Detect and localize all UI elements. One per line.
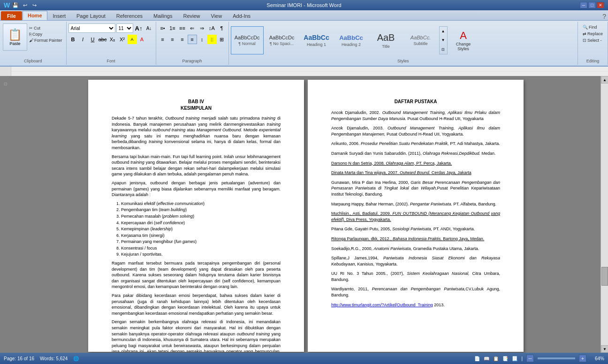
editing-section: 🔍 Find ⇄ Replace ⊡ Select - Editing: [578, 22, 608, 65]
find-button[interactable]: 🔍 Find: [582, 24, 604, 30]
view-normal-btn[interactable]: 📄: [474, 356, 480, 361]
document-container: ⊡ BAB IV KESIMPULAN Dekade 5-7 tahun ter…: [0, 76, 608, 353]
tab-page-layout[interactable]: Page Layout: [71, 11, 111, 20]
vertical-scrollbar[interactable]: ▲ ▼: [600, 76, 608, 353]
style-heading1[interactable]: AaBbCc Heading 1: [300, 26, 333, 54]
zoom-slider[interactable]: [538, 357, 575, 359]
tab-add-ins[interactable]: Add-Ins: [228, 11, 256, 20]
superscript-btn[interactable]: X²: [118, 35, 127, 44]
tab-references[interactable]: References: [111, 11, 148, 20]
select-button[interactable]: ⊡ Select -: [582, 38, 604, 43]
para-row1: ≡• 1≡ ≡≡ ⇐ ⇒ ↕A ¶: [158, 23, 227, 34]
save-quick-btn[interactable]: 💾: [12, 1, 19, 9]
scroll-down-btn[interactable]: ▼: [601, 345, 608, 353]
paragraph-section: ≡• 1≡ ≡≡ ⇐ ⇒ ↕A ¶ ≡ ≡ ≡ ≡ ↕ ░ ⊞ Paragrap…: [156, 22, 229, 65]
change-styles-label: Change Styles: [450, 42, 477, 51]
tab-insert[interactable]: Insert: [48, 11, 71, 20]
scroll-up-btn[interactable]: ▲: [601, 76, 608, 83]
chevron-down-icon: ▼: [441, 38, 445, 42]
multilevel-list-btn[interactable]: ≡≡: [178, 23, 187, 33]
justify-btn[interactable]: ≡: [188, 35, 197, 44]
align-right-btn[interactable]: ≡: [178, 35, 187, 44]
subscript-btn[interactable]: X₂: [108, 35, 117, 44]
zoom-out-btn[interactable]: ─: [526, 355, 534, 362]
help-btn[interactable]: ?: [602, 13, 606, 20]
font-color-btn[interactable]: A: [137, 35, 147, 44]
format-painter-button[interactable]: 🖌 Format Painter: [28, 38, 63, 43]
font-family-select[interactable]: Arial Times New Roman Calibri: [68, 23, 115, 33]
bullets-btn[interactable]: ≡•: [158, 23, 167, 33]
close-btn[interactable]: ✕: [597, 2, 604, 8]
style-heading2-label: Heading 2: [342, 42, 361, 47]
align-left-btn[interactable]: ≡: [158, 35, 167, 44]
sort-btn[interactable]: ↕A: [207, 23, 217, 33]
tab-view[interactable]: View: [206, 11, 228, 20]
bold-btn[interactable]: B: [68, 35, 78, 44]
clipboard-area: 📋 Paste: [3, 23, 27, 51]
line-spacing-btn[interactable]: ↕: [198, 35, 207, 44]
increase-indent-btn[interactable]: ⇒: [198, 23, 207, 33]
document-scroll-area[interactable]: BAB IV KESIMPULAN Dekade 5-7 tahun terak…: [11, 76, 600, 353]
redo-quick-btn[interactable]: ↪: [30, 1, 38, 9]
grow-font-btn[interactable]: A↑: [134, 23, 144, 33]
undo-quick-btn[interactable]: ↩: [21, 1, 29, 9]
view-draft-btn[interactable]: 📃: [512, 356, 517, 361]
highlight-btn[interactable]: A: [128, 35, 137, 44]
list-item: Kejujuran / sportivitas.: [121, 251, 281, 258]
list-item: Kerjasama tim (sinergi): [121, 233, 281, 239]
underline-btn[interactable]: U: [88, 35, 98, 44]
format-painter-icon: 🖌: [29, 38, 33, 43]
scrollbar-thumb[interactable]: [601, 267, 608, 286]
change-styles-button[interactable]: A Change Styles: [449, 29, 478, 52]
shrink-font-btn[interactable]: A↓: [144, 23, 154, 33]
maximize-btn[interactable]: □: [588, 2, 596, 8]
zoom-in-btn[interactable]: +: [579, 355, 586, 362]
paste-button[interactable]: 📋 Paste: [3, 23, 27, 51]
styles-section-label: Styles: [231, 58, 576, 64]
decrease-indent-btn[interactable]: ⇐: [188, 23, 197, 33]
ribbon-tabs: File Home Insert Page Layout References …: [0, 10, 608, 21]
font-size-select[interactable]: 11 10 12 14: [116, 23, 133, 33]
style-title[interactable]: AaB Title: [370, 26, 403, 54]
styles-dropdown-btn[interactable]: ▲ ▼ ⊡: [439, 26, 448, 54]
ref-item: Marpaung Happy, Bahar Herman, (2002). Pe…: [331, 201, 500, 207]
right-page: DAFTAR PUSTAKA Ancok Djamaludin, 2002. O…: [308, 80, 524, 352]
shading-btn[interactable]: ░: [207, 35, 217, 44]
separator: |: [521, 356, 523, 361]
view-outline-btn[interactable]: 📑: [502, 356, 508, 361]
list-item: Pemecahan masalah (problem solving): [121, 213, 281, 220]
paragraph-4: Ragam manfaat tersebut bermuara pada ter…: [112, 260, 281, 290]
tab-home[interactable]: Home: [23, 11, 47, 20]
title-bar: W 💾 ↩ ↪ Seminar IMORI - Microsoft Word ─…: [0, 0, 608, 10]
ref-item: Pitana Gde, Gayatri Putu, 2005, Sosiolog…: [331, 226, 500, 232]
doc-left-margin: ⊡: [0, 76, 11, 353]
style-normal[interactable]: AaBbCcDc ¶ Normal: [231, 26, 264, 54]
italic-btn[interactable]: I: [78, 35, 88, 44]
show-formatting-btn[interactable]: ¶: [217, 23, 227, 33]
borders-btn[interactable]: ⊞: [217, 35, 227, 44]
minimize-btn[interactable]: ─: [580, 2, 587, 8]
paragraph-6: Dengan semakin berkembangnya olahraga re…: [112, 319, 281, 352]
style-heading2[interactable]: AaBbCc Heading 2: [335, 26, 368, 54]
style-no-spacing[interactable]: AaBbCcDc ¶ No Spaci...: [266, 26, 298, 54]
numbering-btn[interactable]: 1≡: [168, 23, 177, 33]
align-center-btn[interactable]: ≡: [168, 35, 177, 44]
font-row2: B I U abc X₂ X² A A: [68, 34, 154, 45]
references-title: DAFTAR PUSTAKA: [331, 99, 500, 105]
tab-mailings[interactable]: Mailings: [148, 11, 177, 20]
replace-button[interactable]: ⇄ Replace: [582, 31, 604, 37]
page-info: Page: 16 of 16: [4, 356, 34, 361]
ref-url-item: http://www.timurlangit.com/?Artikel/Outb…: [331, 302, 500, 308]
scrollbar-track[interactable]: [601, 83, 608, 345]
copy-button[interactable]: ⎘ Copy: [28, 31, 63, 37]
ref-url-link[interactable]: http://www.timurlangit.com/?Artikel/Outb…: [331, 303, 433, 307]
strikethrough-btn[interactable]: abc: [98, 35, 107, 44]
view-reading-btn[interactable]: 📖: [484, 356, 489, 361]
tab-file[interactable]: File: [1, 11, 22, 20]
cut-button[interactable]: ✂ Cut: [28, 25, 63, 31]
clipboard-label: Clipboard: [2, 58, 64, 64]
style-subtitle-preview: AaBbCc.: [410, 35, 431, 40]
tab-review[interactable]: Review: [178, 11, 205, 20]
view-layout-btn[interactable]: 📋: [493, 356, 499, 361]
style-subtitle[interactable]: AaBbCc. Subtitle: [404, 26, 437, 54]
